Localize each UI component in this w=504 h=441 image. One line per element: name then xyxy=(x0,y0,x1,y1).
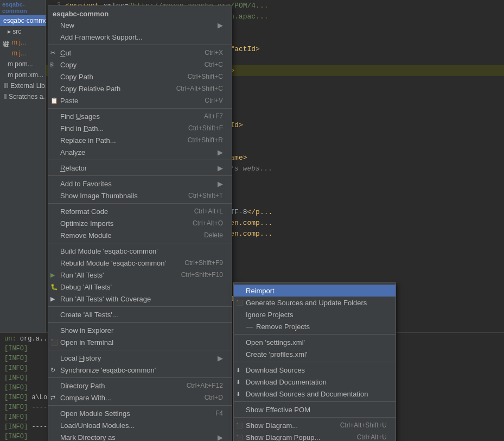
menu-item-add-favorites[interactable]: Add to Favorites ▶ xyxy=(48,178,232,190)
cut-icon: ✂ xyxy=(50,49,55,56)
refactor-arrow-icon: ▶ xyxy=(218,164,223,172)
download-docs-icon: ⬇ xyxy=(236,379,240,385)
menu-item-directory-path[interactable]: Directory Path Ctrl+Alt+F12 xyxy=(48,380,232,392)
menu-item-load-unload[interactable]: Load/Unload Modules... xyxy=(48,419,232,431)
menu-item-reformat[interactable]: Reformat Code Ctrl+Alt+L xyxy=(48,205,232,217)
submenu-item-create-profiles[interactable]: Create 'profiles.xml' xyxy=(234,348,395,360)
menu-item-refactor[interactable]: Refactor ▶ xyxy=(48,162,232,174)
submenu-separator-2 xyxy=(234,362,395,362)
separator-1 xyxy=(48,45,232,45)
separator-4 xyxy=(48,175,232,176)
menu-item-find-in-path[interactable]: Find in Path... Ctrl+Shift+F xyxy=(48,122,232,134)
download-sources-icon: ⬇ xyxy=(236,367,240,373)
terminal-icon: ⬛ xyxy=(50,339,58,346)
menu-item-show-explorer[interactable]: Show in Explorer xyxy=(48,324,232,336)
compare-icon: ⇄ xyxy=(50,394,55,401)
menu-item-paste[interactable]: 📋 Paste Ctrl+V xyxy=(48,94,232,106)
sidebar-title: esqabc-common xyxy=(0,0,46,15)
sidebar-item-j1[interactable]: m j... xyxy=(0,37,46,48)
menu-item-debug-tests[interactable]: 🐛 Debug 'All Tests' xyxy=(48,281,232,293)
separator-11 xyxy=(48,405,232,406)
submenu-item-show-effective-pom[interactable]: Show Effective POM xyxy=(234,404,395,415)
separator-3 xyxy=(48,160,232,160)
submenu-item-reimport[interactable]: Reimport xyxy=(234,285,395,297)
menu-item-analyze[interactable]: Analyze ▶ xyxy=(48,146,232,158)
menu-item-new[interactable]: New ▶ xyxy=(48,19,232,31)
submenu-item-remove-projects[interactable]: — Remove Projects xyxy=(234,320,395,332)
copy-icon: ⎘ xyxy=(50,61,54,68)
generate-icon: ⬛ xyxy=(236,300,243,306)
menu-item-optimize-imports[interactable]: Optimize Imports Ctrl+Alt+O xyxy=(48,217,232,229)
menu-item-create-tests[interactable]: Create 'All Tests'... xyxy=(48,308,232,320)
menu-item-synchronize[interactable]: ↻ Synchronize 'esqabc-common' xyxy=(48,364,232,376)
download-both-icon: ⬇ xyxy=(236,391,240,397)
submenu-separator-3 xyxy=(234,401,395,402)
separator-10 xyxy=(48,377,232,378)
arrow-icon: ▶ xyxy=(218,21,223,29)
history-arrow-icon: ▶ xyxy=(218,354,223,362)
menu-item-replace-in-path[interactable]: Replace in Path... Ctrl+Shift+R xyxy=(48,134,232,146)
menu-item-cut[interactable]: ✂ Cut Ctrl+X xyxy=(48,47,232,59)
diagram-popup-icon: ⬛ xyxy=(236,434,243,440)
diagram-icon: ⬛ xyxy=(236,423,243,429)
menu-item-rebuild-module[interactable]: Rebuild Module 'esqabc-common' Ctrl+Shif… xyxy=(48,257,232,269)
menu-item-compare-with[interactable]: ⇄ Compare With... Ctrl+D xyxy=(48,392,232,404)
context-menu: esqabc-common New ▶ Add Framework Suppor… xyxy=(48,5,232,441)
submenu-item-download-sources-docs[interactable]: ⬇ Download Sources and Documentation xyxy=(234,388,395,400)
menu-title: esqabc-common xyxy=(48,8,232,19)
remove-dash-icon: — xyxy=(246,323,253,331)
maven-submenu: Reimport ⬛ Generate Sources and Update F… xyxy=(233,282,396,441)
menu-item-copy-path[interactable]: Copy Path Ctrl+Shift+C xyxy=(48,71,232,83)
menu-item-run-coverage[interactable]: ▶ Run 'All Tests' with Coverage xyxy=(48,293,232,305)
submenu-item-download-docs[interactable]: ⬇ Download Documentation xyxy=(234,376,395,388)
submenu-item-show-diagram[interactable]: ⬛ Show Diagram... Ctrl+Alt+Shift+U xyxy=(234,419,395,431)
menu-item-copy[interactable]: ⎘ Copy Ctrl+C xyxy=(48,59,232,71)
sync-icon: ↻ xyxy=(50,367,55,374)
menu-item-build-module[interactable]: Build Module 'esqabc-common' xyxy=(48,245,232,257)
analyze-arrow-icon: ▶ xyxy=(218,148,223,156)
submenu-item-download-sources[interactable]: ⬇ Download Sources xyxy=(234,364,395,376)
menu-item-show-thumbnails[interactable]: Show Image Thumbnails Ctrl+Shift+T xyxy=(48,190,232,201)
submenu-item-ignore-projects[interactable]: Ignore Projects xyxy=(234,308,395,320)
sidebar-item-extlib[interactable]: III External Lib... xyxy=(0,80,46,91)
submenu-item-show-diagram-popup[interactable]: ⬛ Show Diagram Popup... Ctrl+Alt+U xyxy=(234,431,395,441)
submenu-item-open-settings[interactable]: Open 'settings.xml' xyxy=(234,336,395,348)
sidebar-item-src[interactable]: ▸ src xyxy=(0,26,46,37)
sidebar-item-pom2[interactable]: m pom.xm... xyxy=(0,70,46,80)
mark-arrow-icon: ▶ xyxy=(218,433,223,442)
submenu-separator-4 xyxy=(234,417,395,418)
menu-item-find-usages[interactable]: Find Usages Alt+F7 xyxy=(48,110,232,122)
separator-7 xyxy=(48,306,232,307)
submenu-separator-1 xyxy=(234,334,395,335)
menu-item-add-framework[interactable]: Add Framework Support... xyxy=(48,31,232,43)
menu-item-copy-relative-path[interactable]: Copy Relative Path Ctrl+Alt+Shift+C xyxy=(48,83,232,94)
favorites-arrow-icon: ▶ xyxy=(218,180,223,188)
sidebar-item-j2[interactable]: m j... xyxy=(0,48,46,59)
submenu-item-generate-sources[interactable]: ⬛ Generate Sources and Update Folders xyxy=(234,297,395,308)
coverage-icon: ▶ xyxy=(50,295,55,303)
separator-8 xyxy=(48,322,232,323)
sidebar-item-pom1[interactable]: m pom... xyxy=(0,59,46,70)
menu-item-module-settings[interactable]: Open Module Settings F4 xyxy=(48,407,232,419)
sidebar-item-esqabc[interactable]: esqabc-common xyxy=(0,15,46,26)
separator-6 xyxy=(48,243,232,243)
menu-item-open-terminal[interactable]: ⬛ Open in Terminal xyxy=(48,336,232,348)
menu-item-remove-module[interactable]: Remove Module Delete xyxy=(48,229,232,241)
debug-icon: 🐛 xyxy=(50,284,58,291)
sidebar-item-scratches[interactable]: II Scratches a... xyxy=(0,91,46,102)
separator-5 xyxy=(48,203,232,204)
menu-item-local-history[interactable]: Local History ▶ xyxy=(48,352,232,364)
paste-icon: 📋 xyxy=(50,97,58,104)
separator-2 xyxy=(48,108,232,109)
menu-item-run-tests[interactable]: ▶ Run 'All Tests' Ctrl+Shift+F10 xyxy=(48,269,232,281)
separator-9 xyxy=(48,350,232,350)
menu-item-mark-directory[interactable]: Mark Directory as ▶ xyxy=(48,431,232,441)
run-icon: ▶ xyxy=(50,272,55,279)
editor-area: esqabc-common esqabc-common ▸ src m j...… xyxy=(0,0,504,441)
